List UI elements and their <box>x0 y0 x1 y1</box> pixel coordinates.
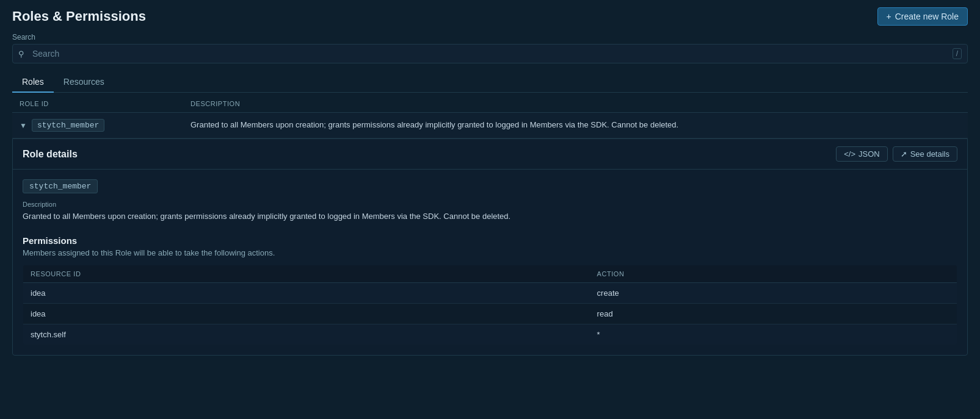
role-id-badge: stytch_member <box>32 119 104 132</box>
role-details-header: Role details </> JSON ➚ See details <box>13 139 967 170</box>
permissions-title: Permissions <box>23 235 957 246</box>
permission-row-2: idea read <box>23 303 957 324</box>
permission-row-1: idea create <box>23 282 957 303</box>
search-container: ⚲ / <box>12 44 968 63</box>
permission-resource-3: stytch.self <box>23 324 590 345</box>
permission-resource-1: idea <box>23 282 590 303</box>
search-shortcut: / <box>953 48 962 59</box>
search-label: Search <box>12 33 968 41</box>
permission-action-1: create <box>590 282 957 303</box>
table-row: ▼ stytch_member Granted to all Members u… <box>12 113 968 138</box>
plus-icon: + <box>887 12 891 21</box>
page-container: Roles & Permissions + Create new Role Se… <box>0 0 980 373</box>
role-details-panel: Role details </> JSON ➚ See details styt… <box>12 138 968 356</box>
page-header: Roles & Permissions + Create new Role <box>12 7 968 26</box>
permission-resource-2: idea <box>23 303 590 324</box>
role-row-left: ▼ stytch_member <box>20 119 191 132</box>
external-link-icon: ➚ <box>901 149 907 159</box>
chevron-down-icon[interactable]: ▼ <box>20 121 27 130</box>
tabs: Roles Resources <box>12 72 968 93</box>
table-header: Role ID Description <box>12 95 968 113</box>
col-action: Action <box>590 265 957 282</box>
permissions-table: Resource ID Action idea create idea read… <box>23 265 957 345</box>
search-icon: ⚲ <box>18 49 24 59</box>
code-icon: </> <box>844 149 855 159</box>
description-label: Description <box>23 201 957 208</box>
page-title: Roles & Permissions <box>12 9 146 24</box>
permissions-table-header-row: Resource ID Action <box>23 265 957 282</box>
json-button-label: JSON <box>858 149 880 159</box>
tab-roles[interactable]: Roles <box>12 72 54 93</box>
create-role-button[interactable]: + Create new Role <box>877 7 968 26</box>
search-input[interactable] <box>12 44 968 63</box>
see-details-button[interactable]: ➚ See details <box>893 146 957 162</box>
col-resource-id: Resource ID <box>23 265 590 282</box>
permission-action-2: read <box>590 303 957 324</box>
col-header-description: Description <box>191 100 960 107</box>
role-description: Granted to all Members upon creation; gr… <box>191 119 960 131</box>
permissions-table-body: idea create idea read stytch.self * <box>23 282 957 345</box>
role-details-body: stytch_member Description Granted to all… <box>13 170 967 355</box>
role-details-title: Role details <box>23 149 78 160</box>
see-details-label: See details <box>910 149 949 159</box>
role-details-actions: </> JSON ➚ See details <box>836 146 957 162</box>
json-button[interactable]: </> JSON <box>836 146 887 162</box>
create-button-label: Create new Role <box>895 12 959 21</box>
permission-row-3: stytch.self * <box>23 324 957 345</box>
tab-resources[interactable]: Resources <box>54 72 114 93</box>
description-text: Granted to all Members upon creation; gr… <box>23 210 957 223</box>
permission-action-3: * <box>590 324 957 345</box>
permissions-subtitle: Members assigned to this Role will be ab… <box>23 248 957 257</box>
role-id-display: stytch_member <box>23 179 98 193</box>
col-header-role-id: Role ID <box>20 100 191 107</box>
